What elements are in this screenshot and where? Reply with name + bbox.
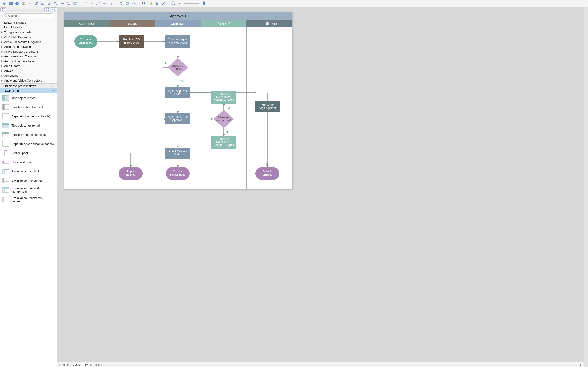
library-item[interactable]: Artwork (0, 68, 57, 73)
svg-rect-49 (2, 105, 4, 109)
ellipse-tool[interactable] (14, 1, 20, 6)
drawing-page[interactable]: Approvals Customer Sales Contracts Legal… (64, 12, 292, 190)
search-input[interactable] (8, 14, 52, 17)
svg-rect-71 (2, 187, 9, 188)
lane-header-fulfillment[interactable]: Fulfillment (247, 20, 292, 27)
stamp-tool[interactable] (154, 1, 160, 6)
close-icon[interactable]: ⊗ (52, 89, 55, 92)
shape-palette-item[interactable]: Separator (for vertical bands) (0, 112, 57, 121)
shape-palette-item[interactable]: Title object vertical (0, 93, 57, 102)
shape-tab[interactable]: Swim lanes ⊗ (0, 88, 57, 93)
page-thumbs[interactable] (95, 364, 102, 366)
svg-rect-72 (2, 188, 9, 189)
page-prev-button[interactable]: ◀ (62, 363, 65, 366)
line-tool[interactable] (27, 1, 33, 6)
library-item[interactable]: Astronomy (0, 73, 57, 78)
zoom-slider[interactable] (178, 3, 199, 4)
close-icon[interactable]: ⊗ (52, 84, 55, 88)
eyedropper-tool[interactable] (160, 1, 166, 6)
svg-rect-41 (48, 10, 49, 11)
svg-rect-67 (2, 178, 4, 183)
arrow-draw-tool[interactable] (89, 1, 95, 6)
library-item[interactable]: User Libraries (0, 25, 57, 30)
page-next-button[interactable]: ▶ (67, 363, 70, 366)
shape-search[interactable] (2, 13, 54, 18)
shape-palette-item[interactable]: Title object horizontal (0, 121, 57, 130)
shape-palette-item[interactable]: Swim lanes - horizontal, hierarc… (0, 195, 57, 204)
lane-header-legal[interactable]: Legal (201, 20, 247, 27)
lane-header-contracts[interactable]: Contracts (155, 20, 201, 27)
pointer-tool[interactable] (1, 1, 7, 6)
shape-item-label: Separator (for horizontal bands) (11, 142, 54, 146)
connector-tool-5[interactable] (59, 1, 65, 6)
library-item[interactable]: Audio and Video Connectors (0, 78, 57, 83)
svg-marker-8 (44, 4, 44, 5)
hand-tool[interactable] (148, 1, 153, 6)
library-item[interactable]: 25 Typical Orgcharts (0, 30, 57, 35)
library-item[interactable]: Android User Interface (0, 59, 57, 64)
shape-palette-item[interactable]: Horizontal pool (0, 158, 57, 167)
connector-tool-4[interactable] (53, 1, 59, 6)
shape-palette-item[interactable]: Swim lanes - vertical (0, 167, 57, 176)
zoom-out-button[interactable] (170, 1, 176, 6)
connector-tool-3[interactable] (46, 1, 52, 6)
edge-label-no: No (226, 130, 230, 133)
sidebar-view-tabs (0, 7, 57, 12)
shape-item-label: Swim lanes - vertical, hierarchical (11, 186, 54, 193)
svg-marker-9 (49, 2, 50, 3)
zoom-slider-handle[interactable] (181, 2, 184, 5)
shape-palette-item[interactable]: Swim lanes - vertical, hierarchical (0, 185, 57, 195)
lane-header-customer[interactable]: Customer (64, 20, 110, 27)
svg-line-13 (84, 2, 87, 5)
search-view-tab[interactable] (51, 7, 57, 11)
library-item[interactable]: AWS Architecture Diagrams (0, 40, 57, 44)
rotate-tool-1[interactable] (118, 1, 124, 6)
crop-tool[interactable] (108, 1, 114, 6)
svg-line-33 (204, 4, 205, 5)
detach-tool[interactable] (72, 1, 78, 6)
swimlane-title[interactable]: Approvals (64, 12, 292, 20)
line-draw-tool[interactable] (82, 1, 88, 6)
stepper-icon[interactable]: ⇅ (90, 363, 92, 366)
shape-palette-item[interactable]: Vertical pool (0, 148, 57, 158)
canvas-viewport[interactable]: Approvals Customer Sales Contracts Legal… (57, 7, 584, 362)
info-icon[interactable]: ◧ (580, 363, 582, 366)
svg-line-45 (6, 16, 7, 17)
shape-palette-item[interactable]: Functional band horizontal (0, 130, 57, 139)
library-item[interactable]: Aerospace and Transport (0, 54, 57, 59)
library-item[interactable]: ATM UML Diagrams (0, 35, 57, 40)
connector-tool-2[interactable] (40, 1, 46, 6)
svg-rect-1 (9, 2, 13, 5)
connector-style-tool[interactable] (66, 1, 72, 6)
shape-palette-item[interactable]: Swim lanes - horizontal (0, 176, 57, 185)
rect-tool[interactable] (8, 1, 14, 6)
svg-rect-12 (74, 2, 76, 4)
zoom-tool[interactable] (141, 1, 147, 6)
scroll-grip-icon[interactable]: ‖ (59, 363, 60, 366)
svg-rect-35 (2, 10, 3, 11)
library-item[interactable]: Area Charts (0, 64, 57, 68)
dimension-tool[interactable] (101, 1, 108, 6)
library-item[interactable]: Accounting Flowcharts (0, 44, 57, 49)
svg-line-6 (29, 2, 32, 4)
shape-palette-item[interactable]: Functional band vertical (0, 102, 57, 112)
curve-draw-tool[interactable] (95, 1, 101, 6)
svg-rect-63 (2, 169, 9, 170)
flip-tool[interactable] (131, 1, 137, 6)
library-item[interactable]: Active Directory Diagrams (0, 49, 57, 54)
zoom-label: Custom 72% (73, 363, 89, 366)
svg-point-44 (5, 15, 7, 17)
library-item[interactable]: Drawing Shapes (0, 20, 57, 25)
shape-tab[interactable]: Business process flowc… ⊗ (0, 83, 57, 88)
svg-text:Customersubmits PO: Customersubmits PO (79, 38, 93, 44)
connector-tool-1[interactable] (33, 1, 40, 6)
library-outline-tab[interactable] (0, 7, 7, 11)
lane-header-sales[interactable]: Sales (110, 20, 156, 27)
zoom-dropdown[interactable]: Custom 72% ⇅ (72, 363, 93, 367)
shape-palette-item[interactable]: Separator (for horizontal bands) (0, 139, 57, 148)
svg-text:Contracts AgentReviews Order: Contracts AgentReviews Order (168, 38, 188, 44)
rotate-tool-2[interactable] (124, 1, 131, 6)
grid-view-tab[interactable] (44, 7, 50, 11)
zoom-in-button[interactable] (201, 1, 207, 6)
text-tool[interactable] (21, 1, 27, 6)
